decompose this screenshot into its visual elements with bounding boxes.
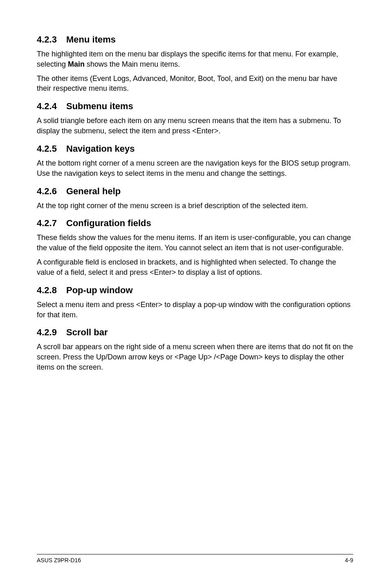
page-content: 4.2.3 Menu items The highlighted item on… <box>0 0 390 373</box>
heading-425: 4.2.5 Navigation keys <box>37 144 353 154</box>
footer-page-number: 4-9 <box>345 557 353 563</box>
heading-426: 4.2.6 General help <box>37 186 353 197</box>
footer-left-text: ASUS Z9PR-D16 <box>37 557 81 563</box>
heading-number: 4.2.6 <box>37 186 66 197</box>
paragraph: The other items (Event Logs, Advanced, M… <box>37 74 353 94</box>
heading-423: 4.2.3 Menu items <box>37 34 353 45</box>
heading-number: 4.2.9 <box>37 327 66 338</box>
paragraph: These fields show the values for the men… <box>37 233 353 253</box>
heading-title: Navigation keys <box>66 144 135 154</box>
heading-number: 4.2.4 <box>37 101 66 112</box>
heading-title: Scroll bar <box>66 327 108 338</box>
bold-text: Main <box>68 60 85 68</box>
section-426: 4.2.6 General help At the top right corn… <box>37 186 353 211</box>
text-run: shows the Main menu items. <box>85 60 180 68</box>
section-427: 4.2.7 Configuration fields These fields … <box>37 218 353 277</box>
heading-number: 4.2.3 <box>37 34 66 45</box>
heading-429: 4.2.9 Scroll bar <box>37 327 353 338</box>
section-424: 4.2.4 Submenu items A solid triangle bef… <box>37 101 353 136</box>
heading-title: Configuration fields <box>66 218 151 229</box>
heading-title: Pop-up window <box>66 285 133 296</box>
heading-number: 4.2.8 <box>37 285 66 296</box>
heading-title: General help <box>66 186 121 197</box>
heading-number: 4.2.5 <box>37 144 66 154</box>
paragraph: A scroll bar appears on the right side o… <box>37 342 353 372</box>
paragraph: At the bottom right corner of a menu scr… <box>37 158 353 179</box>
section-429: 4.2.9 Scroll bar A scroll bar appears on… <box>37 327 353 372</box>
heading-number: 4.2.7 <box>37 218 66 229</box>
page-footer: ASUS Z9PR-D16 4-9 <box>37 554 353 563</box>
section-428: 4.2.8 Pop-up window Select a menu item a… <box>37 285 353 320</box>
heading-title: Submenu items <box>66 101 133 112</box>
paragraph: A solid triangle before each item on any… <box>37 116 353 136</box>
paragraph: At the top right corner of the menu scre… <box>37 201 353 211</box>
heading-427: 4.2.7 Configuration fields <box>37 218 353 229</box>
heading-title: Menu items <box>66 34 116 45</box>
section-425: 4.2.5 Navigation keys At the bottom righ… <box>37 144 353 179</box>
paragraph: The highlighted item on the menu bar dis… <box>37 49 353 70</box>
section-423: 4.2.3 Menu items The highlighted item on… <box>37 34 353 94</box>
paragraph: Select a menu item and press <Enter> to … <box>37 300 353 320</box>
heading-428: 4.2.8 Pop-up window <box>37 285 353 296</box>
heading-424: 4.2.4 Submenu items <box>37 101 353 112</box>
paragraph: A configurable field is enclosed in brac… <box>37 257 353 278</box>
